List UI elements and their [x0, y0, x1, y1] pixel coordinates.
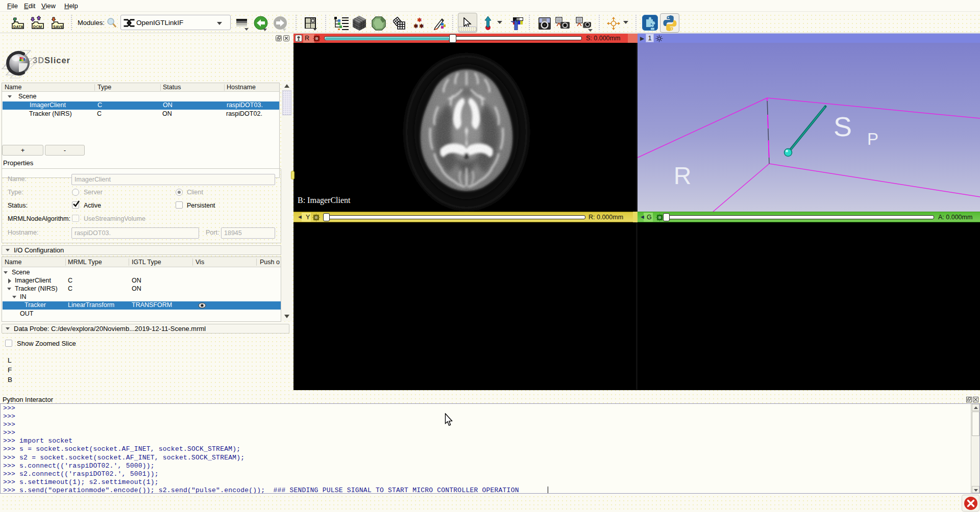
svg-text:DATA: DATA	[13, 24, 23, 29]
svg-text:SAVE: SAVE	[53, 24, 63, 29]
svg-text:B: ImagerClient: B: ImagerClient	[298, 196, 351, 205]
svg-text:✱: ✱	[413, 23, 418, 29]
svg-text:✱: ✱	[417, 17, 422, 23]
svg-text:DCM: DCM	[33, 24, 42, 29]
svg-text:✱: ✱	[419, 23, 424, 29]
svg-text:P: P	[867, 130, 878, 148]
svg-text:S: S	[834, 111, 852, 142]
svg-text:R: R	[674, 162, 692, 189]
